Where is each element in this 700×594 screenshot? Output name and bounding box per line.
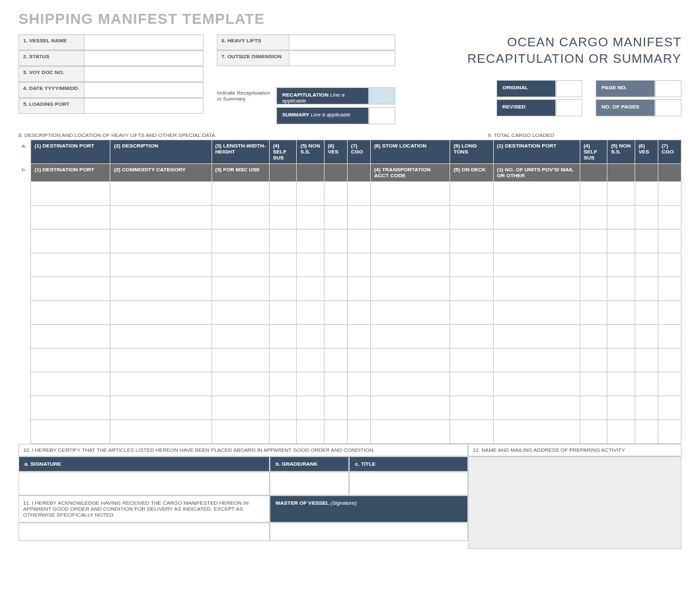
table-cell[interactable] [269, 253, 297, 277]
table-cell[interactable] [493, 277, 580, 301]
table-cell[interactable] [297, 206, 325, 230]
grade-rank-field[interactable] [270, 472, 349, 495]
table-cell[interactable] [580, 349, 607, 372]
table-cell[interactable] [607, 349, 635, 372]
signature-field[interactable] [19, 472, 270, 495]
table-cell[interactable] [269, 182, 297, 206]
table-cell[interactable] [347, 253, 370, 277]
table-cell[interactable] [370, 420, 449, 444]
table-cell[interactable] [607, 325, 635, 349]
table-cell[interactable] [110, 301, 212, 325]
table-cell[interactable] [493, 420, 580, 444]
table-cell[interactable] [31, 277, 110, 301]
table-cell[interactable] [110, 420, 212, 444]
table-cell[interactable] [370, 253, 449, 277]
table-cell[interactable] [658, 372, 681, 396]
field-input[interactable] [85, 50, 204, 66]
table-cell[interactable] [297, 349, 325, 372]
table-cell[interactable] [580, 325, 607, 349]
status-input[interactable] [655, 99, 681, 116]
table-cell[interactable] [370, 349, 449, 372]
table-cell[interactable] [580, 277, 607, 301]
table-cell[interactable] [635, 325, 658, 349]
table-cell[interactable] [635, 349, 658, 372]
table-cell[interactable] [31, 325, 110, 349]
table-cell[interactable] [31, 182, 110, 206]
table-cell[interactable] [635, 420, 658, 444]
table-cell[interactable] [635, 277, 658, 301]
table-cell[interactable] [580, 396, 607, 420]
table-cell[interactable] [370, 230, 449, 253]
table-cell[interactable] [658, 182, 681, 206]
table-cell[interactable] [325, 182, 348, 206]
field-input[interactable] [85, 34, 204, 50]
table-cell[interactable] [450, 349, 494, 372]
table-cell[interactable] [450, 253, 494, 277]
table-cell[interactable] [607, 230, 635, 253]
table-cell[interactable] [450, 230, 494, 253]
table-cell[interactable] [110, 206, 212, 230]
status-input[interactable] [556, 80, 582, 97]
table-cell[interactable] [580, 372, 607, 396]
table-cell[interactable] [450, 277, 494, 301]
table-cell[interactable] [212, 301, 269, 325]
table-cell[interactable] [370, 182, 449, 206]
status-input[interactable] [556, 99, 582, 116]
table-cell[interactable] [212, 349, 269, 372]
table-cell[interactable] [607, 182, 635, 206]
table-cell[interactable] [297, 253, 325, 277]
table-cell[interactable] [635, 182, 658, 206]
table-cell[interactable] [297, 301, 325, 325]
table-cell[interactable] [370, 206, 449, 230]
table-cell[interactable] [370, 277, 449, 301]
table-cell[interactable] [31, 301, 110, 325]
table-cell[interactable] [347, 372, 370, 396]
table-cell[interactable] [297, 277, 325, 301]
table-cell[interactable] [325, 420, 348, 444]
table-cell[interactable] [31, 396, 110, 420]
table-cell[interactable] [580, 301, 607, 325]
field-input[interactable] [85, 66, 204, 82]
table-cell[interactable] [493, 206, 580, 230]
table-cell[interactable] [635, 206, 658, 230]
table-cell[interactable] [370, 301, 449, 325]
table-cell[interactable] [580, 230, 607, 253]
table-cell[interactable] [269, 301, 297, 325]
table-cell[interactable] [110, 396, 212, 420]
table-cell[interactable] [269, 396, 297, 420]
table-cell[interactable] [658, 396, 681, 420]
table-cell[interactable] [493, 349, 580, 372]
table-cell[interactable] [212, 372, 269, 396]
field-input[interactable] [85, 82, 204, 98]
table-cell[interactable] [493, 372, 580, 396]
table-cell[interactable] [269, 349, 297, 372]
table-cell[interactable] [658, 325, 681, 349]
table-cell[interactable] [580, 206, 607, 230]
table-cell[interactable] [212, 325, 269, 349]
table-cell[interactable] [607, 277, 635, 301]
table-cell[interactable] [347, 230, 370, 253]
table-cell[interactable] [450, 325, 494, 349]
status-input[interactable] [655, 80, 681, 97]
table-cell[interactable] [580, 182, 607, 206]
table-cell[interactable] [325, 230, 348, 253]
table-cell[interactable] [347, 349, 370, 372]
table-cell[interactable] [325, 349, 348, 372]
table-cell[interactable] [607, 396, 635, 420]
table-cell[interactable] [325, 372, 348, 396]
table-cell[interactable] [110, 230, 212, 253]
table-cell[interactable] [31, 230, 110, 253]
table-cell[interactable] [635, 372, 658, 396]
table-cell[interactable] [269, 230, 297, 253]
table-cell[interactable] [493, 301, 580, 325]
table-cell[interactable] [212, 230, 269, 253]
table-cell[interactable] [325, 277, 348, 301]
table-cell[interactable] [347, 420, 370, 444]
table-cell[interactable] [297, 372, 325, 396]
table-cell[interactable] [212, 182, 269, 206]
title-field[interactable] [349, 472, 468, 495]
table-cell[interactable] [347, 325, 370, 349]
table-cell[interactable] [31, 206, 110, 230]
table-cell[interactable] [658, 230, 681, 253]
table-cell[interactable] [658, 277, 681, 301]
